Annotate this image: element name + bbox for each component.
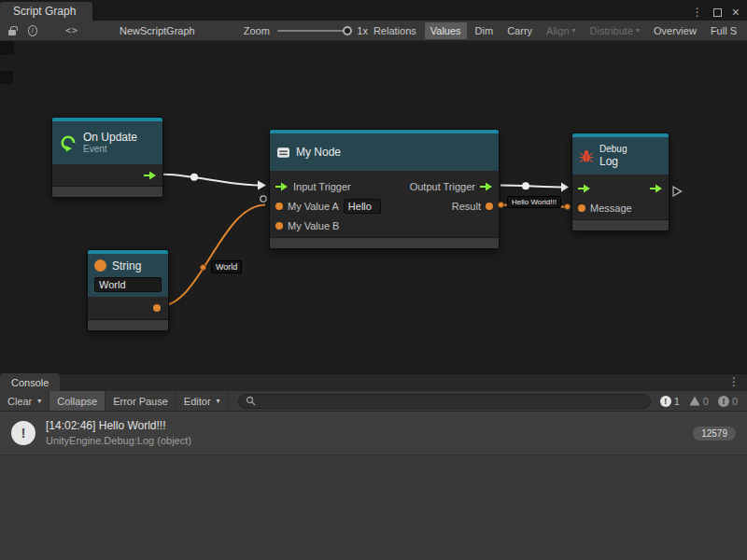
port-row: My Value A Result: [270, 196, 499, 216]
info-icon[interactable]: i: [28, 25, 37, 36]
wire-arrowhead: [258, 181, 266, 190]
graph-canvas[interactable]: On Update Event My Node: [0, 41, 747, 373]
port-row: [88, 297, 168, 319]
tab-script-graph[interactable]: Script Graph: [0, 2, 92, 21]
code-icon[interactable]: <>: [65, 25, 78, 35]
port-label: My Value B: [288, 220, 339, 231]
unconnected-flow-port[interactable]: [673, 187, 682, 196]
value-output-port[interactable]: [153, 304, 161, 312]
node-subtitle: Event: [83, 144, 137, 155]
node-title: My Node: [296, 146, 341, 159]
node-header[interactable]: String: [88, 254, 168, 297]
collapse-button[interactable]: Collapse: [49, 391, 106, 411]
wire-value-dot: [498, 202, 504, 208]
search-icon: [246, 396, 256, 406]
node-header[interactable]: Debug Log: [572, 137, 669, 175]
flow-input-port[interactable]: [275, 182, 289, 191]
chevron-down-icon: ▾: [217, 397, 220, 405]
port-row: Message: [572, 198, 669, 217]
align-label: Align: [546, 25, 569, 36]
tab-script-graph-label: Script Graph: [13, 5, 76, 18]
port-label: My Value A: [288, 201, 339, 212]
graph-toolbar: i <> NewScriptGraph Zoom 1x Relations Va…: [0, 21, 747, 41]
node-debug-log[interactable]: Debug Log Message: [571, 133, 669, 231]
info-count: 1: [674, 396, 680, 407]
distribute-button: Distribute ▾: [585, 22, 645, 39]
flow-output-port[interactable]: [480, 182, 493, 191]
distribute-label: Distribute: [590, 25, 633, 36]
node-body: Message: [572, 175, 669, 219]
unconnected-port-circle[interactable]: [261, 196, 266, 202]
relations-button[interactable]: Relations: [368, 22, 422, 39]
overview-button[interactable]: Overview: [648, 22, 702, 39]
my-value-a-field[interactable]: [344, 199, 381, 214]
node-on-update[interactable]: On Update Event: [51, 117, 163, 198]
error-count-toggle[interactable]: ! 0: [718, 396, 738, 407]
node-header[interactable]: On Update Event: [52, 121, 162, 164]
node-header[interactable]: My Node: [270, 133, 499, 171]
lock-icon[interactable]: [8, 30, 16, 35]
zoom-slider[interactable]: [277, 30, 347, 32]
flow-output-port[interactable]: [144, 171, 157, 180]
port-row: [572, 178, 669, 198]
align-button: Align ▾: [541, 22, 581, 39]
console-kebab-menu-icon[interactable]: ⋮: [728, 376, 747, 391]
unity-window: Script Graph ⋮ × i <> NewScriptGraph Zoo…: [0, 0, 747, 560]
console-tab-bar: Console ⋮: [0, 373, 747, 391]
value-input-port[interactable]: [578, 204, 585, 212]
flow-input-port[interactable]: [578, 184, 591, 193]
value-output-port[interactable]: [486, 203, 493, 210]
value-input-port[interactable]: [275, 222, 283, 230]
wire-value-dot: [564, 203, 571, 210]
graph-toolbar-buttons: Relations Values Dim Carry Align ▾ Distr…: [368, 22, 747, 39]
collapse-count-badge: 12579: [693, 427, 736, 441]
flow-output-port[interactable]: [650, 184, 663, 193]
console-search-input[interactable]: [261, 396, 643, 407]
warning-count-toggle[interactable]: 0: [689, 396, 709, 407]
flow-wire[interactable]: [159, 175, 259, 186]
maximize-icon[interactable]: [713, 8, 722, 17]
clear-label: Clear: [7, 396, 32, 407]
port-row: My Value B: [270, 216, 499, 235]
port-label: Message: [590, 203, 632, 214]
close-icon[interactable]: ×: [732, 7, 740, 18]
window-controls: ⋮ ×: [692, 7, 747, 21]
string-literal-icon: [94, 259, 106, 272]
flow-wire[interactable]: [500, 186, 565, 188]
node-footer: [572, 219, 669, 231]
values-button[interactable]: Values: [425, 22, 467, 39]
dim-button[interactable]: Dim: [470, 22, 500, 39]
unit-icon: [276, 146, 290, 160]
node-footer: [270, 237, 499, 248]
chevron-down-icon: ▾: [572, 26, 576, 35]
editor-button[interactable]: Editor ▾: [176, 391, 229, 411]
graph-name: NewScriptGraph: [120, 25, 195, 36]
port-label: Input Trigger: [293, 181, 351, 192]
node-footer: [88, 319, 168, 330]
port-row: [52, 164, 162, 186]
error-count: 0: [732, 396, 738, 407]
node-my-node[interactable]: My Node Input Trigger Output Trigger: [269, 129, 500, 249]
tab-console[interactable]: Console: [0, 373, 60, 391]
event-loop-icon: [59, 133, 78, 152]
carry-button[interactable]: Carry: [501, 22, 538, 39]
log-entry-row[interactable]: ! [14:02:46] Hello World!!! UnityEngine.…: [0, 412, 747, 455]
node-subtitle: Log: [599, 155, 627, 168]
error-pause-button[interactable]: Error Pause: [106, 391, 176, 411]
clear-button[interactable]: Clear ▾: [0, 391, 49, 411]
wire-dot: [522, 182, 529, 189]
value-wire[interactable]: [160, 205, 265, 307]
log-stacktrace: UnityEngine.Debug:Log (object): [46, 434, 191, 448]
port-label: Result: [452, 201, 481, 212]
info-count-toggle[interactable]: ! 1: [660, 396, 680, 407]
zoom-slider-handle[interactable]: [343, 26, 352, 35]
node-string[interactable]: String: [87, 249, 169, 331]
warning-count: 0: [703, 396, 709, 407]
string-value-field[interactable]: [94, 277, 162, 292]
console-toolbar: Clear ▾ Collapse Error Pause Editor ▾ ! …: [0, 391, 747, 412]
value-input-port[interactable]: [275, 203, 283, 210]
console-search[interactable]: [238, 394, 651, 409]
kebab-menu-icon[interactable]: ⋮: [692, 7, 703, 18]
full-screen-button[interactable]: Full S: [705, 22, 742, 39]
error-icon: !: [718, 396, 729, 407]
